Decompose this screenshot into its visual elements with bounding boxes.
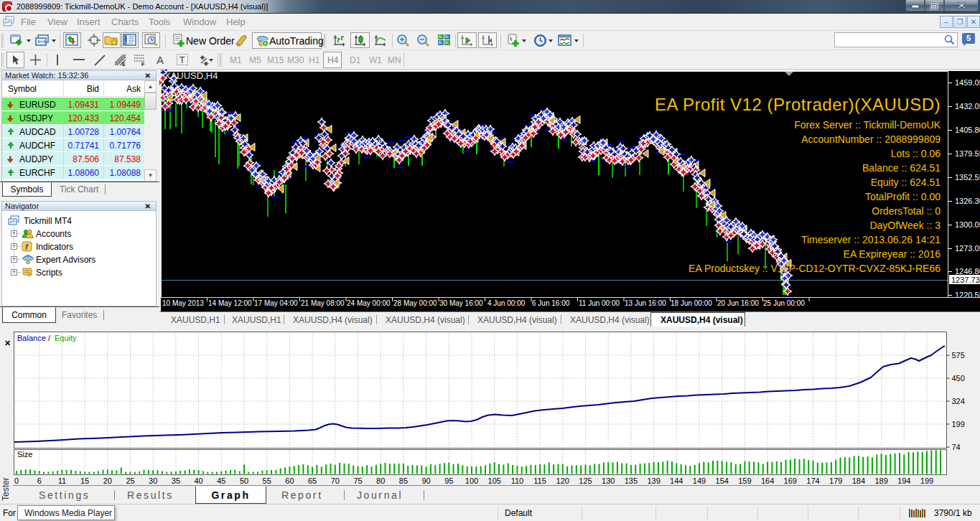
- svg-text:65: 65: [308, 477, 317, 485]
- svg-text:Balance: Balance: [17, 334, 46, 342]
- svg-text:11: 11: [58, 477, 66, 485]
- svg-text:Equity: Equity: [55, 334, 77, 342]
- svg-text:✕: ✕: [4, 339, 11, 347]
- svg-text:20: 20: [103, 477, 112, 485]
- svg-text:154: 154: [716, 477, 729, 485]
- svg-text:14 May 12:00: 14 May 12:00: [208, 299, 252, 307]
- svg-text:EA Productskey :: V12P-CD12-OY: EA Productskey :: V12P-CD12-OYTR-CVXZ-85…: [689, 263, 941, 274]
- svg-text:199: 199: [952, 420, 965, 428]
- svg-text:184: 184: [852, 477, 865, 485]
- svg-text:25 Jun 00:00: 25 Jun 00:00: [763, 299, 805, 307]
- svg-text:4 Jun 00:00: 4 Jun 00:00: [487, 299, 526, 307]
- svg-text:1379.55: 1379.55: [955, 149, 980, 158]
- svg-text:135: 135: [625, 477, 638, 485]
- svg-text:1432.05: 1432.05: [955, 102, 980, 111]
- svg-text:35: 35: [172, 477, 180, 485]
- svg-text:0: 0: [14, 477, 19, 485]
- svg-text:450: 450: [952, 374, 965, 382]
- svg-text:95: 95: [444, 477, 453, 485]
- svg-text:115: 115: [533, 477, 546, 485]
- svg-text:DayOfWeek :: 3: DayOfWeek :: 3: [869, 220, 941, 231]
- svg-text:XAUUSD,H4: XAUUSD,H4: [164, 70, 218, 81]
- svg-text:Tester: Tester: [1, 477, 11, 501]
- svg-text:T: T: [179, 55, 185, 65]
- svg-text:169: 169: [784, 477, 797, 485]
- svg-text:OrdersTotal :: 0: OrdersTotal :: 0: [872, 205, 941, 217]
- svg-text:1352.55: 1352.55: [955, 173, 980, 182]
- svg-text:1246.80: 1246.80: [955, 267, 980, 276]
- svg-text:6: 6: [37, 477, 42, 485]
- svg-text:Timeserver :: 2013.06.26 14:21: Timeserver :: 2013.06.26 14:21: [801, 234, 941, 245]
- svg-text:179: 179: [829, 477, 842, 485]
- svg-text:F: F: [141, 62, 145, 67]
- svg-text:18 Jun 00:00: 18 Jun 00:00: [671, 299, 712, 307]
- svg-text:575: 575: [952, 351, 965, 360]
- svg-text:199: 199: [920, 477, 933, 485]
- svg-text:13 Jun 16:00: 13 Jun 16:00: [625, 299, 666, 307]
- svg-text:1405.80: 1405.80: [955, 126, 980, 134]
- svg-text:TotalProfit :: 0.00: TotalProfit :: 0.00: [865, 191, 941, 202]
- svg-text:74: 74: [952, 443, 961, 451]
- svg-text:24 May 00:00: 24 May 00:00: [347, 299, 391, 307]
- svg-text:1273.05: 1273.05: [955, 244, 980, 253]
- svg-text:1459.05: 1459.05: [955, 78, 980, 87]
- svg-text:120: 120: [556, 477, 569, 485]
- svg-text:60: 60: [285, 477, 294, 485]
- svg-text:EA Expireyear :: 2016: EA Expireyear :: 2016: [844, 248, 941, 260]
- svg-text:Equity :: 624.51: Equity :: 624.51: [871, 177, 941, 188]
- svg-text:70: 70: [331, 477, 340, 485]
- svg-text:1300.05: 1300.05: [955, 220, 980, 229]
- svg-text:20 Jun 16:00: 20 Jun 16:00: [717, 299, 759, 307]
- svg-text:324: 324: [952, 397, 965, 405]
- svg-text:139: 139: [647, 477, 660, 485]
- svg-text:80: 80: [376, 477, 385, 485]
- svg-text:189: 189: [874, 477, 887, 485]
- svg-text:17 May 04:00: 17 May 04:00: [254, 299, 298, 307]
- svg-text:E: E: [122, 62, 126, 67]
- svg-text:15: 15: [80, 477, 89, 485]
- svg-text:1220.55: 1220.55: [955, 291, 980, 299]
- svg-text:130: 130: [602, 477, 615, 485]
- svg-text:Size: Size: [17, 450, 32, 459]
- svg-text:11 Jun 00:00: 11 Jun 00:00: [579, 299, 620, 307]
- svg-text:144: 144: [670, 477, 683, 485]
- svg-text:100: 100: [465, 477, 478, 485]
- svg-text:85: 85: [399, 477, 408, 485]
- svg-text:21 May 08:00: 21 May 08:00: [301, 299, 345, 307]
- svg-text:75: 75: [353, 477, 362, 485]
- svg-text:28 May 00:00: 28 May 00:00: [393, 299, 437, 307]
- svg-text:55: 55: [263, 477, 271, 485]
- svg-text:40: 40: [194, 477, 202, 485]
- svg-text:Balance :: 624.51: Balance :: 624.51: [862, 162, 941, 174]
- svg-text:EA Profit V12 (Protrader)(XAUU: EA Profit V12 (Protrader)(XAUUSD): [655, 95, 941, 114]
- svg-text:30 May 16:00: 30 May 16:00: [439, 299, 483, 307]
- svg-text:30: 30: [149, 477, 157, 485]
- svg-text:1237.73: 1237.73: [951, 276, 980, 284]
- svg-text:6 Jun 16:00: 6 Jun 16:00: [532, 299, 570, 307]
- svg-text:194: 194: [897, 477, 910, 485]
- svg-text:105: 105: [488, 477, 501, 485]
- svg-text:110: 110: [511, 477, 524, 485]
- svg-text:174: 174: [806, 477, 819, 485]
- svg-text:25: 25: [126, 477, 134, 485]
- svg-text:AccountNumber :: 2088999809: AccountNumber :: 2088999809: [801, 133, 941, 145]
- svg-text:10 May 2013: 10 May 2013: [162, 299, 204, 307]
- svg-text:149: 149: [693, 477, 706, 485]
- svg-text:164: 164: [761, 477, 774, 485]
- svg-text:1326.30: 1326.30: [955, 197, 980, 205]
- svg-text:125: 125: [579, 477, 592, 485]
- svg-text:Lots :: 0.06: Lots :: 0.06: [891, 148, 941, 159]
- svg-text:50: 50: [240, 477, 248, 485]
- svg-text:45: 45: [217, 477, 225, 485]
- svg-text:Forex Server :: Tickmill-DemoU: Forex Server :: Tickmill-DemoUK: [794, 119, 941, 131]
- svg-text:159: 159: [738, 477, 751, 485]
- svg-text:90: 90: [421, 477, 430, 485]
